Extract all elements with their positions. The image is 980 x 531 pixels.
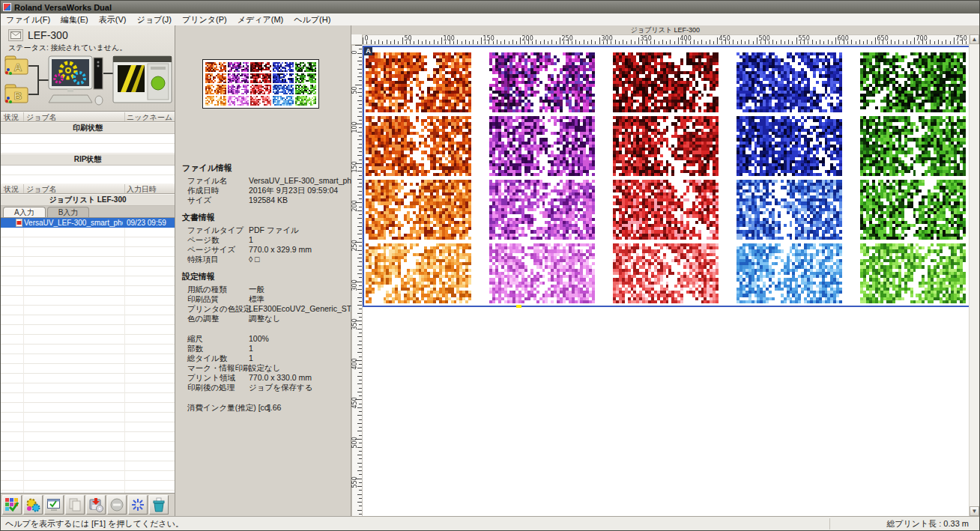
scroll-up-button[interactable]: ▲	[970, 34, 979, 44]
thumbnail-swatch	[205, 73, 226, 83]
job-list-table: 状況 ジョブ名 入力日時 ジョブリスト LEF-300 A入力 B入力 Vers…	[1, 183, 175, 493]
info-row: 印刷品質標準	[182, 294, 349, 304]
print-object-swatch[interactable]	[489, 52, 595, 112]
printer-name: LEF-300	[28, 29, 68, 41]
queue-a-marker: A	[364, 47, 372, 55]
info-row: ページサイズ770.0 x 329.9 mm	[182, 245, 349, 255]
tab-b-input[interactable]: B入力	[47, 207, 90, 217]
window-title: Roland VersaWorks Dual	[14, 3, 112, 12]
svg-text:A: A	[14, 61, 22, 73]
app-window: Roland VersaWorks Dual ファイル(F)編集(E)表示(V)…	[0, 0, 980, 531]
printer-panel: LEF-300 ステータス: 接続されていません。 A	[1, 25, 175, 516]
horizontal-ruler	[363, 34, 970, 45]
print-object-swatch[interactable]	[366, 243, 471, 303]
col-status: 状況	[4, 112, 19, 123]
print-object-swatch[interactable]	[489, 116, 595, 176]
menu-item[interactable]: メディア(M)	[232, 13, 289, 26]
settings-info-rows: 用紙の種類一般印刷品質標準プリンタの色設定LEF300EcoUV2_Generi…	[182, 285, 349, 324]
info-row: サイズ192584 KB	[182, 195, 349, 205]
rip-status-rows	[1, 166, 175, 185]
print-object-swatch[interactable]	[736, 52, 842, 112]
col-status: 状況	[4, 184, 19, 195]
file-info-rows: ファイル名VersaUV_LEF-300_smart_phon...作成日時20…	[182, 176, 349, 205]
print-object-swatch[interactable]	[860, 243, 966, 303]
print-queue-button[interactable]	[2, 495, 22, 515]
printer-status-box: LEF-300 ステータス: 接続されていません。 A	[1, 25, 175, 112]
thumbnail-swatch	[228, 62, 249, 72]
pdf-file-icon	[16, 219, 22, 227]
statusbar: ヘルプを表示するには [F1] を押してください。 総プリント長 : 0.33 …	[1, 516, 979, 530]
thumbnail-swatch	[205, 85, 226, 94]
app-icon	[3, 3, 11, 11]
delete-button[interactable]	[149, 495, 169, 515]
envelope-icon	[8, 29, 23, 41]
print-object-swatch[interactable]	[366, 116, 471, 176]
print-object-swatch[interactable]	[860, 180, 966, 240]
menu-item[interactable]: ファイル(F)	[1, 13, 55, 26]
info-row: 縮尺100%	[182, 334, 349, 344]
input-folder-a-icon: A	[5, 56, 28, 75]
col-input-date: 入力日時	[127, 184, 157, 195]
col-nickname: ニックネーム	[127, 112, 172, 123]
info-row: プリント領域770.0 x 330.0 mm	[182, 373, 349, 383]
thumbnail-swatch	[250, 62, 271, 72]
print-object-swatch[interactable]	[366, 180, 471, 240]
settings-info-rows-2: 縮尺100%部数1総タイル数1マーク・情報印刷設定なしプリント領域770.0 x…	[182, 334, 349, 392]
statusbar-print-length: 総プリント長 : 0.33 m	[829, 518, 979, 530]
preview-vscrollbar[interactable]: ▲ ▼	[969, 34, 979, 516]
ink-label: 消費インク量(推定) [cc]	[187, 403, 270, 413]
ink-value: 1.66	[266, 403, 281, 413]
menu-item[interactable]: プリンタ(P)	[177, 13, 232, 26]
printer-status-text: ステータス: 接続されていません。	[8, 43, 175, 53]
print-status-band: 印刷状態	[1, 122, 175, 134]
print-object-swatch[interactable]	[489, 180, 595, 240]
thumbnail-swatch	[228, 96, 249, 106]
settings-info-heading: 設定情報	[182, 271, 349, 282]
print-object-swatch[interactable]	[613, 116, 719, 176]
job-row-selected[interactable]: VersaUV_LEF-300_smart_phone.p... 09/23 0…	[1, 218, 175, 228]
save-button[interactable]	[86, 495, 106, 515]
thumbnail-swatch	[295, 62, 316, 72]
print-object-swatch[interactable]	[736, 116, 842, 176]
busy-button[interactable]	[128, 495, 148, 515]
col-jobname: ジョブ名	[26, 184, 57, 195]
print-object-swatch[interactable]	[860, 116, 966, 176]
job-list-empty-rows	[1, 228, 175, 493]
tab-a-input[interactable]: A入力	[3, 207, 46, 217]
statusbar-help-text: ヘルプを表示するには [F1] を押してください。	[1, 518, 829, 530]
origin-tick	[516, 305, 521, 308]
print-object-swatch[interactable]	[613, 52, 719, 112]
doc-info-heading: 文書情報	[182, 212, 349, 223]
copy-button[interactable]	[65, 495, 85, 515]
job-table-header: 状況 ジョブ名 入力日時	[1, 183, 175, 194]
verify-button[interactable]	[44, 495, 64, 515]
menu-item[interactable]: 表示(V)	[94, 13, 132, 26]
print-object-swatch[interactable]	[860, 52, 966, 112]
menu-item[interactable]: ジョブ(J)	[131, 13, 177, 26]
info-row: 色の調整調整なし	[182, 314, 349, 324]
job-info-panel: ファイル情報 ファイル名VersaUV_LEF-300_smart_phon..…	[176, 25, 351, 516]
process-settings-button[interactable]	[23, 495, 43, 515]
print-object-swatch[interactable]	[366, 52, 471, 112]
menu-item[interactable]: ヘルプ(H)	[288, 13, 336, 26]
rip-status-band: RIP状態	[1, 154, 175, 166]
printer-machine-icon	[113, 56, 172, 103]
preview-canvas[interactable]: A	[363, 45, 969, 516]
titlebar[interactable]: Roland VersaWorks Dual	[1, 1, 979, 13]
ink-consumption-row: 消費インク量(推定) [cc] 1.66	[182, 403, 349, 413]
print-object-swatch[interactable]	[736, 180, 842, 240]
scroll-down-button[interactable]: ▼	[970, 506, 979, 516]
thumbnail-swatch	[273, 85, 294, 94]
thumbnail-swatch	[205, 96, 226, 106]
rip-computer-icon	[49, 56, 103, 105]
print-object-swatch[interactable]	[613, 243, 719, 303]
print-object-swatch[interactable]	[489, 243, 595, 303]
thumbnail-swatch	[273, 73, 294, 83]
thumbnail-swatch	[295, 96, 316, 106]
remove-button[interactable]	[107, 495, 127, 515]
thumbnail-swatch	[295, 85, 316, 94]
thumbnail-swatch	[228, 73, 249, 83]
print-object-swatch[interactable]	[736, 243, 842, 303]
print-object-swatch[interactable]	[613, 180, 719, 240]
menu-item[interactable]: 編集(E)	[55, 13, 94, 26]
